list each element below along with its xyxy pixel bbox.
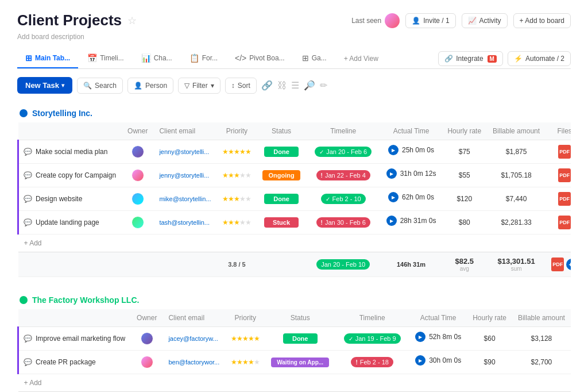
client-email[interactable]: jenny@storytelli...: [159, 148, 209, 155]
col-priority-f: Priority: [225, 309, 265, 327]
star-icon[interactable]: ☆: [127, 14, 137, 27]
col-owner-f: Owner: [131, 309, 163, 327]
status-badge[interactable]: Done: [264, 147, 299, 157]
factory-table: Owner Client email Priority Status Timel…: [17, 309, 571, 392]
priority-stars[interactable]: ★★★★★: [222, 195, 251, 203]
main-tab-icon: ⊞: [25, 53, 32, 63]
file-icon[interactable]: PDF: [558, 192, 571, 206]
integrate-button[interactable]: 🔗 Integrate M: [438, 51, 503, 66]
unlink-icon[interactable]: ⛓: [277, 80, 287, 91]
invite-button[interactable]: 👤 Invite / 1: [405, 13, 455, 28]
add-view-button[interactable]: + Add View: [336, 50, 386, 67]
col-timeline-f: Timeline: [335, 309, 409, 327]
add-to-board-button[interactable]: + Add to board: [513, 13, 571, 28]
task-name[interactable]: 💬 Create PR package: [24, 358, 125, 366]
form-tab-icon: 📋: [189, 53, 199, 63]
search-icon: 🔍: [83, 82, 92, 90]
actual-time: 52h 8m 0s: [429, 333, 461, 341]
play-timer-button[interactable]: ▶: [388, 145, 399, 155]
automate-button[interactable]: ⚡ Automate / 2: [508, 51, 571, 66]
status-badge[interactable]: Done: [264, 194, 299, 204]
client-email[interactable]: ben@factorywor...: [168, 359, 219, 366]
status-badge[interactable]: Ongoing: [262, 170, 300, 180]
tab-main[interactable]: ⊞ Main Tab...: [17, 49, 78, 68]
file-icon[interactable]: PDF: [558, 145, 571, 159]
task-name[interactable]: 💬 Create copy for Campaign: [24, 171, 116, 179]
task-name[interactable]: 💬 Make social media plan: [24, 148, 116, 156]
file-icon[interactable]: PDF: [558, 168, 571, 182]
group-name-storytelling[interactable]: Storytelling Inc.: [32, 109, 92, 118]
play-timer-button[interactable]: ▶: [386, 168, 397, 179]
status-badge[interactable]: Done: [283, 333, 318, 344]
status-badge[interactable]: Waiting on App...: [271, 358, 329, 367]
play-timer-button[interactable]: ▶: [388, 192, 399, 202]
board-description[interactable]: Add board description: [17, 33, 571, 41]
group-factory: The Factory Workshop LLC. Owner Client e…: [17, 291, 571, 392]
person-button[interactable]: 👤 Person: [127, 78, 173, 94]
gallery-tab-icon: ⊞: [302, 53, 309, 63]
comment-icon: 💬: [24, 148, 32, 156]
client-email[interactable]: mike@storytellin...: [159, 195, 211, 202]
tab-form[interactable]: 📋 For...: [181, 49, 226, 68]
client-email[interactable]: jacey@factoryw...: [168, 335, 218, 342]
avatar: [385, 13, 400, 28]
priority-stars[interactable]: ★★★★★: [231, 335, 260, 343]
priority-stars[interactable]: ★★★★★: [222, 218, 251, 226]
group-dot-storytelling: [20, 109, 28, 117]
play-timer-button[interactable]: ▶: [415, 355, 425, 366]
rows-icon[interactable]: ☰: [291, 80, 299, 91]
client-email[interactable]: tash@storytellin...: [159, 219, 210, 226]
actual-time: 25h 0m 0s: [402, 146, 434, 154]
filter-button[interactable]: ▽ Filter ▾: [178, 78, 220, 94]
tab-timeline[interactable]: 📅 Timeli...: [79, 49, 132, 68]
task-name[interactable]: 💬 Improve email marketing flow: [24, 335, 125, 343]
col-status: Status: [257, 122, 305, 140]
hourly-rate: $90: [484, 358, 496, 366]
user-icon: 👤: [412, 17, 420, 25]
automate-icon: ⚡: [514, 55, 523, 63]
tab-pivot[interactable]: </> Pivot Boa...: [227, 49, 293, 68]
tab-chart[interactable]: 📊 Cha...: [133, 49, 180, 68]
priority-stars[interactable]: ★★★★★: [222, 148, 251, 156]
col-task-f: [18, 309, 131, 327]
sort-button[interactable]: ↕ Sort: [225, 78, 257, 94]
col-priority: Priority: [216, 122, 257, 140]
add-task-row[interactable]: + Add: [18, 235, 571, 252]
comment-icon: 💬: [24, 335, 32, 343]
link-icon[interactable]: 🔗: [261, 80, 273, 91]
timeline-badge: ! Feb 2 - 18: [351, 357, 393, 367]
billable-amount: $2,700: [531, 358, 552, 366]
person-icon: 👤: [134, 82, 142, 90]
priority-stars[interactable]: ★★★★★: [222, 171, 251, 179]
priority-stars[interactable]: ★★★★★: [231, 358, 260, 366]
billable-amount: $3,128: [531, 335, 552, 343]
table-row: 💬 Create copy for Campaign jenny@storyte…: [18, 164, 571, 187]
hourly-rate: $60: [484, 335, 496, 343]
file-icon[interactable]: PDF: [558, 216, 571, 229]
col-status-f: Status: [265, 309, 335, 327]
pivot-tab-icon: </>: [235, 53, 246, 63]
tab-gallery[interactable]: ⊞ Ga...: [294, 49, 335, 68]
group-name-factory[interactable]: The Factory Workshop LLC.: [32, 295, 139, 305]
new-task-button[interactable]: New Task ▾: [17, 77, 72, 94]
col-files: Files: [546, 122, 571, 140]
comment-icon: 💬: [24, 358, 32, 366]
play-timer-button[interactable]: ▶: [415, 332, 425, 342]
play-timer-button[interactable]: ▶: [386, 216, 397, 226]
search-button[interactable]: 🔍 Search: [77, 78, 123, 94]
add-task-row[interactable]: + Add: [18, 374, 571, 392]
status-badge[interactable]: Stuck: [264, 217, 299, 228]
avatar: [141, 356, 153, 368]
client-email[interactable]: jenny@storytelli...: [159, 172, 209, 179]
storytelling-table: Owner Client email Priority Status Timel…: [17, 122, 571, 277]
page-title: Client Projects: [17, 11, 122, 29]
task-name[interactable]: 💬 Update landing page: [24, 218, 116, 226]
task-name[interactable]: 💬 Design website: [24, 195, 116, 203]
edit-icon[interactable]: ✏: [320, 80, 327, 91]
col-billable: Billable amount: [487, 122, 546, 140]
integrate-icon: 🔗: [444, 55, 453, 63]
filter-icon: ▽: [184, 82, 189, 90]
avatar: [131, 169, 144, 182]
activity-button[interactable]: 📈 Activity: [462, 13, 508, 28]
search2-icon[interactable]: 🔎: [304, 80, 315, 91]
